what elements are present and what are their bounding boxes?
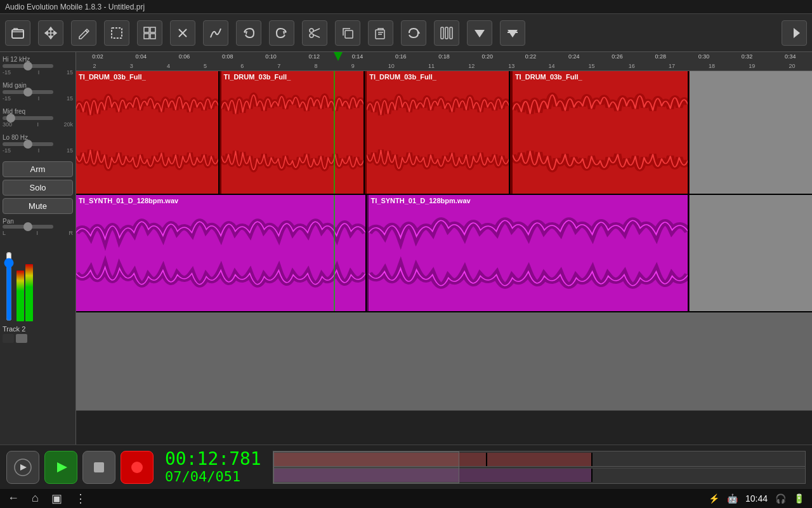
vu-bar-left [16, 271, 24, 321]
ruler-num-16: 16 [629, 63, 635, 69]
menu-button[interactable]: ⋮ [75, 491, 86, 505]
more-button[interactable] [782, 20, 807, 46]
copy-button[interactable] [335, 20, 360, 46]
headphone-icon: 🎧 [775, 493, 786, 504]
mid-gain-section: Mid gain -15 I 15 [3, 81, 73, 105]
hi-slider[interactable] [3, 64, 53, 68]
time-main: 00:12:781 [165, 450, 261, 469]
ruler-time-11: 0:24 [568, 53, 580, 60]
timeline-ruler: 0:02 0:04 0:06 0:08 0:10 0:12 0:14 0:16 … [76, 52, 812, 71]
select-button[interactable] [104, 20, 129, 46]
playhead-line-drum [334, 71, 335, 194]
android-icon: 🤖 [727, 493, 738, 504]
track-name-area: Track 2 [3, 325, 73, 343]
grid-button[interactable] [137, 20, 162, 46]
arm-button[interactable]: Arm [3, 161, 73, 177]
back-button[interactable]: ← [8, 491, 19, 505]
stop-button[interactable] [82, 451, 115, 484]
mid-gain-slider[interactable] [3, 90, 53, 94]
svg-rect-20 [94, 462, 104, 472]
fader-section [3, 251, 15, 321]
mixer-button[interactable] [434, 20, 459, 46]
svg-marker-13 [475, 30, 485, 37]
synth-clip-2-title: TI_SYNTH_01_D_128bpm.wav [371, 197, 471, 204]
synth-clip-2-waveform [369, 195, 688, 311]
color-box-dark[interactable] [3, 334, 14, 343]
svg-rect-8 [345, 30, 353, 38]
scissors-button[interactable] [302, 20, 327, 46]
loop-button[interactable] [401, 20, 426, 46]
pan-section: Pan L I R [3, 218, 73, 236]
play-button[interactable] [44, 451, 77, 484]
drum-clip-1-title: TI_DRUM_03b_Full_ [79, 73, 146, 81]
ruler-num-15: 15 [589, 63, 595, 69]
arrow-down-2-button[interactable] [500, 20, 525, 46]
ruler-num-13: 13 [508, 63, 514, 69]
paste-button[interactable] [368, 20, 393, 46]
move-button[interactable] [38, 20, 63, 46]
pencil-button[interactable] [71, 20, 96, 46]
ruler-time-16: 0:34 [785, 53, 796, 60]
vu-bar-right [25, 264, 33, 321]
drum-clip-1[interactable]: TI_DRUM_03b_Full_ [76, 71, 219, 194]
mid-freq-section: Mid freq 300 I 20k [3, 107, 73, 131]
ruler-num-11: 11 [428, 63, 435, 69]
playhead-indicator[interactable] [334, 52, 343, 61]
recent-button[interactable]: ▣ [51, 491, 62, 505]
play-from-start-button[interactable] [6, 451, 39, 484]
pan-slider[interactable] [3, 225, 53, 229]
ruler-num-17: 17 [669, 63, 675, 69]
ruler-time-9: 0:20 [481, 53, 493, 60]
mid-freq-min: 300 [3, 121, 12, 128]
track-overview[interactable] [273, 451, 806, 484]
hi-center: I [38, 69, 40, 76]
vu-bars-container [16, 251, 33, 321]
ruler-time-5: 0:12 [309, 53, 320, 60]
home-button[interactable]: ⌂ [32, 491, 39, 505]
svg-rect-10 [441, 27, 443, 39]
redo-button[interactable] [269, 20, 294, 46]
hi-eq-section: Hi 12 kHz -15 I 15 [3, 55, 73, 79]
ruler-num-7: 7 [277, 63, 280, 69]
svg-rect-12 [450, 27, 452, 39]
svg-rect-3 [150, 27, 155, 32]
drum-clip-4[interactable]: TI_DRUM_03b_Full_ [513, 71, 689, 194]
lo-slider[interactable] [3, 142, 53, 146]
drum-track-empty [690, 71, 812, 194]
volume-fader[interactable] [3, 251, 15, 321]
record-button[interactable] [121, 451, 154, 484]
arrow-down-button[interactable] [467, 20, 492, 46]
svg-point-6 [310, 29, 313, 32]
drum-clip-2[interactable]: TI_DRUM_03b_Full_ [221, 71, 365, 194]
color-box-light[interactable] [16, 334, 27, 343]
open-button[interactable] [5, 20, 30, 46]
track-color-boxes [3, 334, 73, 343]
ruler-time-15: 0:32 [742, 53, 753, 60]
mute-button[interactable]: Mute [3, 198, 73, 214]
mid-freq-center: I [37, 121, 39, 128]
synth-clip-1[interactable]: TI_SYNTH_01_D_128bpm.wav [76, 195, 367, 311]
drum-clip-3[interactable]: TI_DRUM_03b_Full_ [367, 71, 510, 194]
mid-freq-slider[interactable] [3, 116, 53, 120]
lo-max: 15 [67, 147, 73, 154]
ruler-time-13: 0:28 [655, 53, 666, 60]
overview-sep1 [486, 453, 487, 466]
svg-rect-0 [12, 30, 23, 38]
ruler-time-7: 0:16 [395, 53, 407, 60]
curve-button[interactable] [203, 20, 228, 46]
status-bar: ← ⌂ ▣ ⋮ ⚡ 🤖 10:44 🎧 🔋 [0, 489, 812, 508]
close-button[interactable] [170, 20, 195, 46]
svg-point-21 [131, 462, 143, 473]
vu-meter-area [3, 239, 73, 321]
solo-button[interactable]: Solo [3, 180, 73, 196]
drum-clip-4-waveform [513, 71, 688, 194]
ruler-time-2: 0:06 [179, 53, 190, 60]
ruler-num-6: 6 [240, 63, 244, 69]
toolbar [0, 14, 812, 52]
stop-icon [90, 458, 108, 476]
app-title: Audio Evolution Mobile 1.8.3 - Untitled.… [5, 3, 145, 11]
undo-button[interactable] [236, 20, 261, 46]
synth-clip-2[interactable]: TI_SYNTH_01_D_128bpm.wav [369, 195, 690, 311]
scroll-thumb[interactable] [273, 451, 459, 483]
overview-drum-empty [593, 453, 805, 466]
